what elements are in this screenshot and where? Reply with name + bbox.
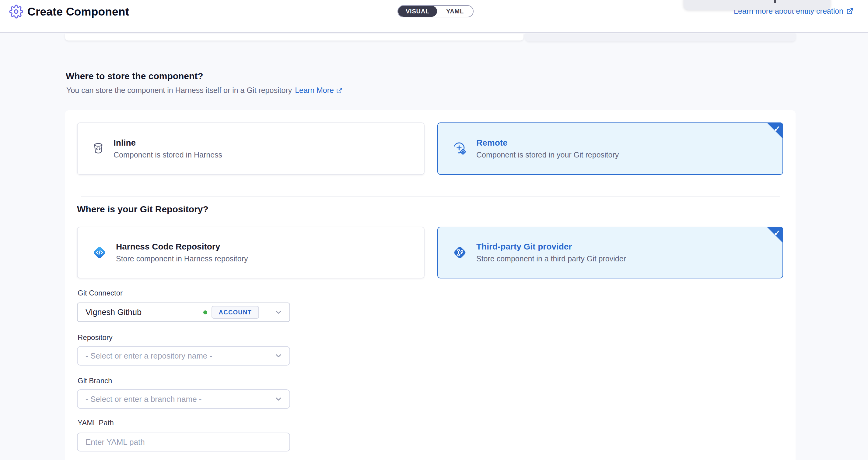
code-repo-icon — [92, 245, 107, 260]
option-card-text: Harness Code Repository Store component … — [116, 242, 248, 263]
option-card-inline[interactable]: Inline Component is stored in Harness — [77, 122, 425, 175]
option-card-harness-code[interactable]: Harness Code Repository Store component … — [77, 227, 425, 279]
clipped-toast — [684, 0, 830, 10]
yaml-path-input[interactable] — [77, 433, 290, 452]
section-divider — [81, 196, 780, 197]
store-section-heading: Where to store the component? — [66, 71, 203, 81]
git-branch-select[interactable]: - Select or enter a branch name - — [77, 389, 290, 409]
store-section-description: You can store the component in Harness i… — [66, 86, 342, 95]
database-icon — [92, 141, 105, 156]
option-title: Remote — [476, 138, 619, 148]
option-card-remote[interactable]: Remote Component is stored in your Git r… — [437, 122, 783, 175]
git-branch-placeholder: - Select or enter a branch name - — [86, 395, 202, 404]
check-icon: ✓ — [774, 228, 780, 238]
page-title: Create Component — [27, 5, 129, 18]
option-card-text: Remote Component is stored in your Git r… — [476, 138, 619, 159]
yaml-path-label: YAML Path — [78, 419, 114, 427]
git-provider-icon — [452, 245, 468, 260]
git-connector-value: Vignesh Github — [86, 308, 142, 317]
chevron-down-icon[interactable] — [274, 308, 283, 317]
visual-yaml-toggle: VISUAL YAML — [398, 5, 473, 17]
gear-icon — [9, 5, 23, 19]
chevron-down-icon[interactable] — [274, 395, 283, 403]
git-branch-label: Git Branch — [78, 376, 112, 385]
option-card-text: Third-party Git provider Store component… — [476, 242, 626, 263]
scope-badge: ACCOUNT — [212, 306, 259, 319]
learn-more-label: Learn More — [295, 86, 334, 95]
tab-visual[interactable]: VISUAL — [398, 6, 437, 17]
git-connector-label: Git Connector — [78, 289, 123, 297]
option-title: Harness Code Repository — [116, 242, 248, 252]
repo-section-heading: Where is your Git Repository? — [77, 204, 209, 214]
create-component-page: { "header": { "title": "Create Component… — [0, 0, 868, 460]
option-card-thirdparty-git[interactable]: Third-party Git provider Store component… — [437, 227, 783, 279]
option-title: Third-party Git provider — [476, 242, 626, 252]
git-connector-select[interactable]: Vignesh Github ACCOUNT — [77, 303, 290, 322]
toast-sliver — [774, 0, 776, 3]
page-header: Create Component VISUAL YAML Learn more … — [0, 0, 868, 33]
option-subtitle: Store component in a third party Git pro… — [476, 254, 626, 263]
repository-label: Repository — [78, 333, 113, 342]
repository-placeholder: - Select or enter a repository name - — [86, 351, 212, 361]
option-subtitle: Store component in Harness repository — [116, 254, 248, 263]
git-connector-meta: ACCOUNT — [203, 306, 259, 319]
remote-icon — [452, 141, 468, 156]
store-description-text: You can store the component in Harness i… — [66, 86, 292, 95]
external-link-icon — [336, 87, 342, 93]
external-link-icon — [846, 8, 854, 15]
scrolled-side-panel-bottom — [525, 33, 796, 41]
chevron-down-icon[interactable] — [274, 351, 283, 360]
option-subtitle: Component is stored in your Git reposito… — [476, 150, 619, 159]
check-icon: ✓ — [774, 124, 780, 134]
option-subtitle: Component is stored in Harness — [114, 150, 222, 159]
option-card-text: Inline Component is stored in Harness — [114, 138, 222, 159]
learn-more-link[interactable]: Learn More — [295, 86, 342, 95]
option-title: Inline — [114, 138, 222, 148]
tab-yaml[interactable]: YAML — [437, 6, 473, 17]
repository-select[interactable]: - Select or enter a repository name - — [77, 346, 290, 366]
scrolled-form-card-bottom — [65, 33, 524, 40]
status-dot — [203, 310, 207, 314]
